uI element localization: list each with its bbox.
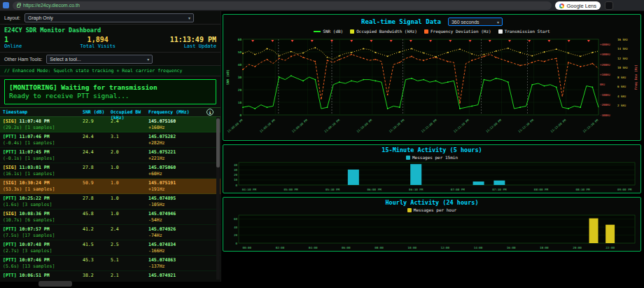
svg-text:05:30 PM: 05:30 PM [326,188,340,191]
tools-select-value: Select a tool... [50,57,80,62]
total-visits-label: Total Visits [52,43,143,49]
bar [589,219,598,243]
bandwidth-swatch [350,29,354,34]
svg-text:16 kHz: 16 kHz [617,38,629,41]
cell-bw: 2.1 [111,273,147,280]
svg-text:11:12:00 PM: 11:12:00 PM [485,118,502,133]
svg-text:10:00: 10:00 [407,246,416,249]
cell-bw: 1.0 [111,196,147,207]
svg-text:-200Hz: -200Hz [600,103,611,107]
cell-bw: 2.0 [111,149,147,161]
svg-text:16:00: 16:00 [507,246,516,249]
svg-text:12 kHz: 12 kHz [617,57,629,60]
svg-text:10: 10 [234,178,238,181]
messages-hour-swatch [407,208,412,212]
bar [410,164,421,185]
browser-status-bubble [38,281,72,287]
svg-text:12:00: 12:00 [440,246,449,249]
activity-15min-chart: 01020304004:30 PM05:00 PM05:30 PM06:00 P… [225,160,639,193]
transmission-start-swatch [498,29,503,34]
svg-text:11:10:30 PM: 11:10:30 PM [388,118,405,133]
cell-frequency: 145.075160+160Hz [148,118,207,130]
address-bar[interactable]: https://e24cy.diecom.co.th [13,1,552,10]
cell-timestamp: [SIG] 11:03:01 PM(16.1s) [1 samples] [3,165,81,177]
cell-timestamp: [PTT] 10:06:51 PM(0.9s) [2 samples] [3,273,81,280]
online-label: Online [4,43,52,49]
activity-15min-panel: 15-Minute Activity (5 hours) Messages pe… [223,144,641,193]
table-scrollbar[interactable] [216,117,220,280]
svg-text:11:13:00 PM: 11:13:00 PM [550,118,566,133]
tab-favicon-icon[interactable] [3,2,9,8]
svg-text:11:08:00 PM: 11:08:00 PM [227,118,244,133]
online-count: 1 [4,36,52,43]
svg-text:10 kHz: 10 kHz [617,66,629,69]
enhanced-mode-banner: // Enhanced Mode: Squelch state tracking… [0,66,220,76]
cell-timestamp: [PTT] 10:07:46 PM(5.6s) [13 samples] [3,257,81,269]
cell-frequency: 145.074895-105Hz [148,196,207,207]
cell-timestamp: [PTT] 10:25:22 PM(1.6s) [3 samples] [3,196,81,207]
svg-text:07:00 PM: 07:00 PM [451,188,465,191]
stats-row: 1 Online 1,894 Total Visits 11:13:49 PM … [0,34,220,53]
realtime-signal-panel: Real-time Signal Data 360 seconds ▾ SNR … [223,14,641,141]
charts-column: Real-time Signal Data 360 seconds ▾ SNR … [223,14,641,255]
snr-line-swatch [314,31,321,32]
svg-text:8 kHz: 8 kHz [617,76,626,79]
cell-bw: 1.0 [111,180,147,192]
svg-text:08:00 PM: 08:00 PM [534,188,549,191]
bar [348,170,359,185]
svg-text:22:00: 22:00 [606,246,615,249]
cell-bw: 2.4 [111,226,147,238]
cell-frequency: 145.075282+282Hz [148,134,207,146]
svg-text:08:30 PM: 08:30 PM [575,188,590,191]
cell-frequency: 145.074863-137Hz [148,257,207,269]
activity-hourly-title: Hourly Activity (24 hours) [225,198,639,207]
chevron-down-icon: ▾ [497,20,499,25]
svg-text:11:08:30 PM: 11:08:30 PM [259,118,276,133]
table-row: [SIG] 11:03:01 PM(16.1s) [1 samples]27.8… [0,163,220,179]
cell-timestamp: [PTT] 10:07:48 PM(2.7s) [3 samples] [3,242,81,254]
monitoring-line: [MONITORING] Waiting for transmission [9,83,211,92]
cell-snr: 38.2 [83,273,109,280]
ssl-lock-icon [17,4,20,8]
svg-text:14 kHz: 14 kHz [617,47,629,50]
scrollbar-thumb[interactable] [216,118,220,167]
page-title: E24CY SDR Monitor Dashboard [0,25,220,34]
svg-text:Freq Dev (Hz): Freq Dev (Hz) [634,64,638,90]
google-lens-button[interactable]: Google Lens [555,1,601,10]
svg-text:6 kHz: 6 kHz [617,85,626,88]
svg-text:04:00: 04:00 [309,246,318,249]
timeframe-select[interactable]: 360 seconds ▾ [448,18,503,26]
cell-timestamp: [PTT] 10:07:57 PM(7.5s) [17 samples] [3,226,81,238]
tools-select[interactable]: Select a tool... ▾ [46,55,153,64]
chevron-down-icon: ▾ [188,15,190,20]
layout-select[interactable]: Graph Only ▾ [24,13,194,22]
google-lens-label: Google Lens [566,3,596,9]
svg-text:06:30 PM: 06:30 PM [409,188,424,191]
svg-text:11:12:30 PM: 11:12:30 PM [517,118,534,133]
svg-text:60: 60 [234,217,238,221]
cell-frequency: 145.074926-74Hz [148,226,207,238]
signal-panel-header: Real-time Signal Data 360 seconds ▾ [225,16,639,27]
table-body: [SIG] 11:07:48 PM(29.2s) [1 samples]22.9… [0,117,220,280]
svg-text:SNR (dB): SNR (dB) [226,69,230,85]
svg-text:4 kHz: 4 kHz [617,95,626,98]
layout-select-value: Graph Only [28,15,53,20]
svg-text:06:00 PM: 06:00 PM [368,188,382,191]
cell-snr: 24.4 [83,149,109,161]
url-text[interactable]: https://e24cy.diecom.co.th [23,1,80,10]
table-header-row: Timestamp SNR (dB) Occupied BW (kHz) Fre… [0,108,220,117]
svg-text:07:30 PM: 07:30 PM [492,188,507,191]
sidebar: Layout: Graph Only ▾ E24CY SDR Monitor D… [0,11,221,282]
cell-snr: 45.8 [83,211,109,223]
cell-snr: 50.9 [83,180,109,192]
last-update-label: Last Update [143,43,216,49]
legend-messages-15min: Messages per 15min [406,155,458,160]
layout-row: Layout: Graph Only ▾ [0,11,220,25]
legend-bandwidth: Occupied Bandwidth (kHz) [350,29,417,34]
svg-text:04:30 PM: 04:30 PM [242,188,257,191]
svg-text:06:00: 06:00 [342,246,351,249]
legend-freq-deviation: Frequency Deviation (Hz) [424,29,491,34]
page-body: Layout: Graph Only ▾ E24CY SDR Monitor D… [0,11,644,288]
extension-icon[interactable] [605,1,613,10]
info-icon[interactable]: i [206,109,214,116]
